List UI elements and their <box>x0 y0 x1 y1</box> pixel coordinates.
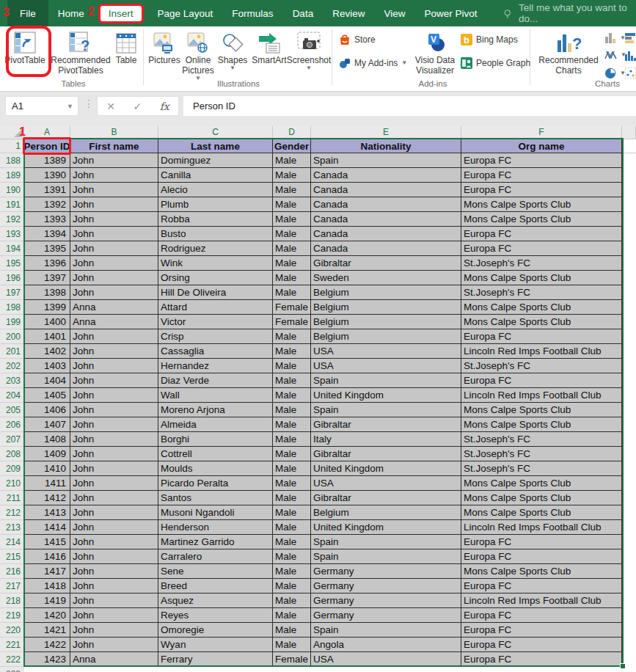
cell[interactable]: 1423 <box>24 652 70 667</box>
cell[interactable]: Mons Calpe Sports Club <box>461 476 622 491</box>
cell[interactable]: Male <box>273 579 311 594</box>
cell[interactable]: 1390 <box>24 168 70 183</box>
histogram-chart-button-partial[interactable] <box>625 50 636 61</box>
header-cell[interactable]: Gender <box>273 139 311 153</box>
cell[interactable]: Henderson <box>158 520 273 535</box>
cell[interactable]: Anna <box>70 300 158 315</box>
row-header-201[interactable]: 201 <box>0 344 24 359</box>
cell[interactable]: John <box>70 579 158 594</box>
cell[interactable]: 1396 <box>24 256 70 271</box>
cell[interactable]: Sene <box>158 564 273 579</box>
pictures-button[interactable]: Pictures <box>147 29 182 65</box>
cell[interactable]: United Kingdom <box>311 520 461 535</box>
store-button[interactable]: Store <box>339 34 376 45</box>
row-header-207[interactable]: 207 <box>0 432 24 447</box>
row-header-192[interactable]: 192 <box>0 212 24 227</box>
cell[interactable]: 1407 <box>24 417 70 432</box>
cell[interactable]: Male <box>273 535 311 549</box>
cell[interactable]: Germany <box>311 594 461 608</box>
cell[interactable]: Male <box>273 153 311 168</box>
cell[interactable]: Canada <box>311 183 461 197</box>
row-header-1[interactable]: 1 <box>0 139 24 153</box>
header-cell[interactable]: Nationality <box>311 139 461 153</box>
cell[interactable]: Spain <box>311 153 461 168</box>
cell[interactable]: John <box>70 564 158 579</box>
pie-chart-button[interactable]: ▼ <box>604 67 626 79</box>
cell[interactable]: Belgium <box>311 315 461 329</box>
cell[interactable]: Omoregie <box>158 623 273 638</box>
cell[interactable]: John <box>70 359 158 373</box>
cell[interactable]: Europa FC <box>461 623 622 638</box>
empty-cell[interactable] <box>622 652 636 667</box>
enter-formula-icon[interactable]: ✓ <box>133 101 142 112</box>
cell[interactable]: John <box>70 447 158 461</box>
visio-data-visualizer-button[interactable]: V Visio Data Visualizer <box>412 29 458 76</box>
cell[interactable]: Hill De Oliveira <box>158 285 273 300</box>
cell[interactable]: Male <box>273 256 311 271</box>
cell[interactable]: John <box>70 520 158 535</box>
cell[interactable]: Germany <box>311 564 461 579</box>
cell[interactable]: Crisp <box>158 329 273 344</box>
cell[interactable]: Carralero <box>158 549 273 564</box>
tab-view[interactable]: View <box>374 0 414 26</box>
cell[interactable]: John <box>70 212 158 227</box>
cell[interactable]: 1411 <box>24 476 70 491</box>
cell[interactable]: Gibraltar <box>311 491 461 505</box>
cell[interactable]: Spain <box>311 549 461 564</box>
cell[interactable]: John <box>70 608 158 623</box>
cell[interactable]: St.Joseph's FC <box>461 461 622 476</box>
cell[interactable]: Santos <box>158 491 273 505</box>
online-pictures-button[interactable]: Online Pictures ▼ <box>180 29 216 81</box>
row-header-204[interactable]: 204 <box>0 388 24 403</box>
empty-cell[interactable] <box>622 197 636 212</box>
row-header-205[interactable]: 205 <box>0 403 24 417</box>
cell[interactable]: Mons Calpe Sports Club <box>461 491 622 505</box>
cell[interactable]: John <box>70 432 158 447</box>
cell[interactable]: Martinez Garrido <box>158 535 273 549</box>
cell[interactable]: Anna <box>70 315 158 329</box>
cell[interactable]: John <box>70 535 158 549</box>
cell[interactable]: USA <box>311 359 461 373</box>
cell[interactable]: Musoni Ngandoli <box>158 505 273 520</box>
cell[interactable]: John <box>70 344 158 359</box>
cell[interactable]: 1406 <box>24 403 70 417</box>
cell[interactable]: Male <box>273 329 311 344</box>
cell[interactable]: Male <box>273 432 311 447</box>
cell[interactable]: 1414 <box>24 520 70 535</box>
row-header-197[interactable]: 197 <box>0 285 24 300</box>
row-header-199[interactable]: 199 <box>0 315 24 329</box>
empty-cell[interactable] <box>622 476 636 491</box>
cell[interactable]: John <box>70 638 158 652</box>
empty-cell[interactable] <box>622 388 636 403</box>
insert-function-icon[interactable]: fx <box>160 101 169 112</box>
people-graph-button[interactable]: People Graph <box>461 57 530 69</box>
row-header-191[interactable]: 191 <box>0 197 24 212</box>
cell[interactable]: Mons Calpe Sports Club <box>461 300 622 315</box>
cell[interactable]: John <box>70 594 158 608</box>
cell[interactable]: 1418 <box>24 579 70 594</box>
cell[interactable]: Female <box>273 652 311 667</box>
cell[interactable]: Male <box>273 505 311 520</box>
empty-cell[interactable] <box>622 344 636 359</box>
cell[interactable]: Sweden <box>311 271 461 285</box>
empty-cell[interactable] <box>622 579 636 594</box>
cell[interactable]: Male <box>273 359 311 373</box>
empty-cell[interactable] <box>622 359 636 373</box>
empty-cell[interactable] <box>622 505 636 520</box>
cell[interactable]: Male <box>273 623 311 638</box>
cell[interactable]: Wyan <box>158 638 273 652</box>
recommended-charts-button[interactable]: ? Recommended Charts <box>536 29 602 76</box>
cell[interactable]: Male <box>273 183 311 197</box>
cell[interactable]: 1420 <box>24 608 70 623</box>
cell[interactable]: Lincoln Red Imps Football Club <box>461 520 622 535</box>
cell[interactable]: Lincoln Red Imps Football Club <box>461 344 622 359</box>
cell[interactable]: 1397 <box>24 271 70 285</box>
empty-cell[interactable] <box>622 491 636 505</box>
row-header-203[interactable]: 203 <box>0 373 24 388</box>
empty-cell[interactable] <box>622 256 636 271</box>
column-header-C[interactable]: C <box>158 126 273 139</box>
cell[interactable]: Dominguez <box>158 153 273 168</box>
cell[interactable]: 1398 <box>24 285 70 300</box>
cell[interactable]: Europa FC <box>461 168 622 183</box>
tab-formulas[interactable]: Formulas <box>222 0 282 26</box>
